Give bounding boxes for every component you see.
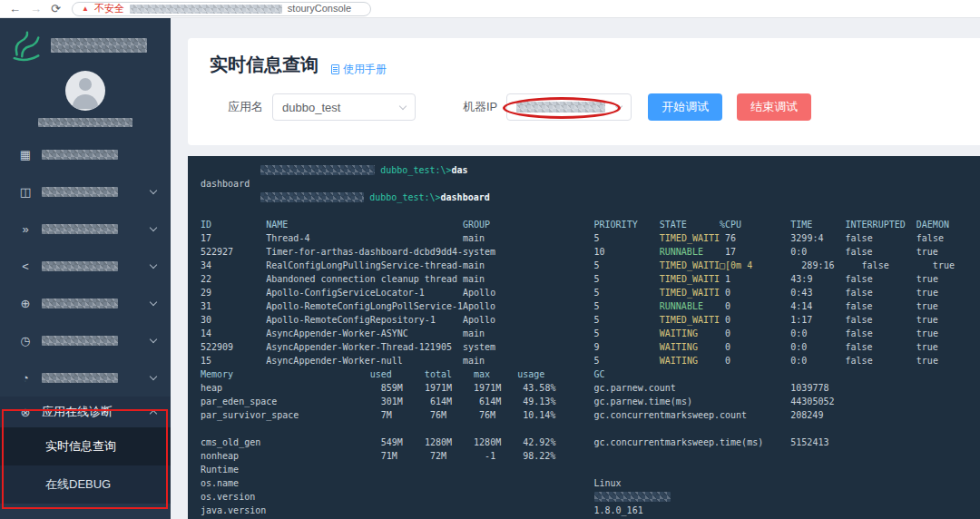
terminal-line: 522927 Timer-for-arthas-dashboard-dcbd9d… [201, 245, 980, 259]
terminal-line: 30 Apollo-RemoteConfigRepository-1 Apoll… [201, 313, 980, 327]
query-card: 实时信息查询 使用手册 应用名 dubbo_test 机器IP 开 [188, 38, 980, 145]
menu-label-redacted [42, 299, 118, 308]
avatar[interactable] [65, 71, 105, 111]
machine-ip-select[interactable] [506, 93, 632, 121]
chevron-down-icon [399, 102, 407, 109]
sidebar-item-online-debug[interactable]: 在线DEBUG [0, 465, 171, 504]
chevron-down-icon [150, 261, 157, 269]
logo-icon [9, 29, 44, 62]
forward-icon[interactable]: → [30, 3, 42, 15]
url-redacted [130, 5, 282, 14]
browser-toolbar: ← → ⟳ ▲ 不安全 stouryConsole [0, 0, 980, 18]
app-name-select[interactable]: dubbo_test [272, 93, 416, 121]
menu-label-redacted [42, 373, 118, 383]
terminal-line: dubbo_test:\>das [201, 163, 980, 177]
terminal-line: os.name Linux [201, 476, 980, 490]
terminal-line [201, 422, 980, 436]
terminal-line: os.version [201, 490, 980, 504]
menu-label-redacted [42, 187, 118, 197]
machine-ip-label: 机器IP [463, 99, 497, 115]
terminal-line [201, 204, 980, 218]
address-bar[interactable]: ▲ 不安全 stouryConsole [72, 2, 371, 16]
chevron-down-icon [150, 299, 157, 306]
back-icon[interactable]: ← [9, 3, 21, 15]
terminal-line: heap 859M 1971M 1971M 43.58% gc.parnew.c… [201, 381, 980, 395]
grid-icon: ▦ [18, 148, 33, 162]
start-debug-button[interactable]: 开始调试 [648, 93, 722, 121]
chevron-down-icon [150, 373, 157, 380]
terminal-redacted [260, 165, 375, 175]
sidebar-item-apps[interactable]: ◫ [0, 173, 171, 211]
terminal-line: java.version 1.8.0_161 [201, 504, 980, 517]
sidebar-item-globe[interactable]: ⊕ [0, 285, 171, 322]
chevron-down-icon [615, 102, 622, 109]
share-icon: < [18, 260, 33, 273]
main-content: 实时信息查询 使用手册 应用名 dubbo_test 机器IP 开 [171, 18, 980, 519]
terminal-line: dashboard [201, 177, 980, 191]
terminal[interactable]: dubbo_test:\>dasdashboard dubbo_test:\>d… [188, 156, 980, 519]
sidebar-item-realtime-info-query[interactable]: 实时信息查询 [0, 427, 171, 465]
chevron-down-icon [150, 224, 157, 231]
menu-label-redacted [42, 150, 118, 160]
chevron-down-icon [150, 336, 157, 343]
terminal-line: Memory used total max usage GC [201, 367, 980, 381]
terminal-line: par_eden_space 301M 614M 614M 49.13% gc.… [201, 395, 980, 408]
sidebar-item-app-online-diagnosis[interactable]: ⊗ 应用在线诊断 [0, 397, 171, 427]
url-text: stouryConsole [288, 4, 351, 14]
sidebar-submenu: 实时信息查询 在线DEBUG [0, 427, 171, 504]
terminal-line: 15 AsyncAppender-Worker-null main 5 WAIT… [201, 354, 980, 367]
apps-icon: ◫ [18, 185, 33, 199]
terminal-line: 522909 AsyncAppender-Worker-Thread-12190… [201, 340, 980, 354]
manual-link-label: 使用手册 [343, 62, 387, 77]
debug-form: 应用名 dubbo_test 机器IP 开始调试 结束调试 [210, 93, 980, 121]
terminal-redacted [260, 192, 364, 202]
logo-text-redacted [51, 38, 147, 53]
manual-link[interactable]: 使用手册 [331, 62, 387, 77]
terminal-line: 22 Abandoned connection cleanup thread m… [201, 272, 980, 286]
warning-icon: ▲ [82, 5, 89, 13]
terminal-line: 29 Apollo-ConfigServiceLocator-1 Apollo … [201, 286, 980, 299]
menu-label-redacted [42, 336, 118, 346]
terminal-line: ID NAME GROUP PRIORITY STATE %CPU TIME I… [201, 218, 980, 231]
diagnosis-group-label: 应用在线诊断 [42, 404, 113, 420]
terminal-line: cms_old_gen 549M 1280M 1280M 42.92% gc.c… [201, 436, 980, 449]
terminal-line: 34 RealConfigLongPullingService-thread-m… [201, 259, 980, 272]
sidebar-item-pie[interactable]: ◔ [0, 359, 171, 397]
pie-icon: ◔ [18, 371, 33, 385]
clock-icon: ◷ [18, 334, 33, 348]
reload-icon[interactable]: ⟳ [51, 3, 61, 15]
username-redacted [38, 118, 132, 127]
screen: ← → ⟳ ▲ 不安全 stouryConsole ▦◫»<⊕◷◔ ⊗ 应用在线… [0, 0, 980, 519]
menu-label-redacted [42, 261, 118, 271]
terminal-line: 31 Apollo-RemoteConfigLongPollService-1A… [201, 299, 980, 313]
diagnosis-icon: ⊗ [18, 406, 33, 419]
sidebar-menu: ▦◫»<⊕◷◔ [0, 136, 171, 397]
sidebar-item-clock[interactable]: ◷ [0, 322, 171, 359]
terminal-redacted [594, 492, 671, 502]
user-profile [0, 65, 171, 136]
sidebar-item-double-arrow[interactable]: » [0, 211, 171, 248]
app-name-value: dubbo_test [282, 101, 340, 114]
document-icon [331, 64, 339, 74]
terminal-line: 17 Thread-4 main 5 TIMED_WAITI 76 3299:4… [201, 231, 980, 245]
sidebar-item-share[interactable]: < [0, 248, 171, 285]
chevron-down-icon [150, 187, 157, 194]
globe-icon: ⊕ [18, 297, 33, 310]
terminal-line: 14 AsyncAppender-Worker-ASYNC main 5 WAI… [201, 327, 980, 340]
logo [0, 18, 171, 65]
terminal-output: dubbo_test:\>dasdashboard dubbo_test:\>d… [201, 163, 980, 519]
end-debug-button[interactable]: 结束调试 [737, 93, 811, 121]
terminal-line: dubbo_test:\>dashboard [201, 191, 980, 204]
terminal-line: Runtime [201, 463, 980, 476]
security-warning-label: 不安全 [94, 4, 124, 14]
sidebar-item-grid[interactable]: ▦ [0, 136, 171, 173]
menu-label-redacted [42, 224, 118, 234]
machine-ip-redacted [516, 102, 605, 113]
app-name-label: 应用名 [228, 99, 263, 115]
terminal-line: nonheap 71M 72M -1 98.22% [201, 449, 980, 463]
chevron-up-icon [150, 410, 157, 417]
terminal-line: par_survivor_space 7M 76M 76M 10.14% gc.… [201, 408, 980, 422]
page-title: 实时信息查询 [210, 53, 318, 77]
double-arrow-icon: » [18, 222, 33, 236]
sidebar: ▦◫»<⊕◷◔ ⊗ 应用在线诊断 实时信息查询 在线DEBUG [0, 18, 171, 519]
